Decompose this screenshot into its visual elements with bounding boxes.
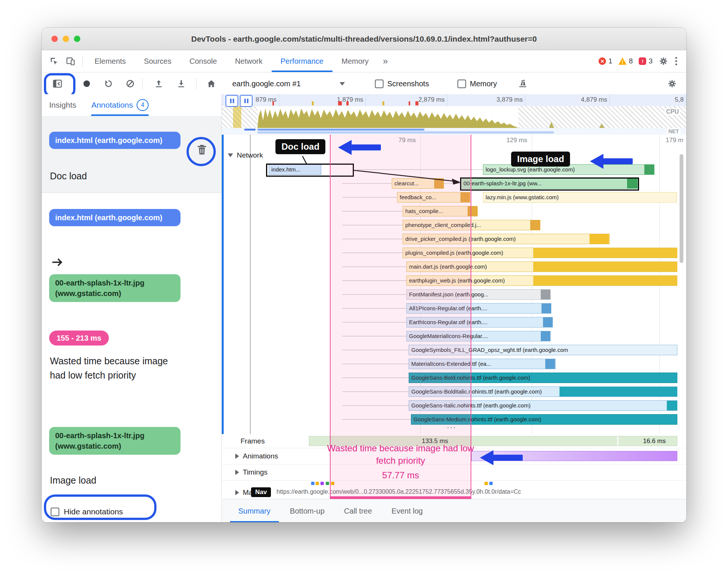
hide-annotations-checkbox-box[interactable]: [51, 508, 59, 516]
doc-load-annotation-badge[interactable]: Doc load: [275, 139, 325, 154]
tab-network[interactable]: Network: [226, 50, 271, 72]
tab-insights[interactable]: Insights: [49, 94, 76, 116]
tab-annotations[interactable]: Annotations 4: [91, 94, 149, 116]
main-thread-url: https://earth.google.com/web/0...0.27330…: [277, 488, 683, 495]
delete-annotation-button[interactable]: [193, 143, 211, 156]
request-download-segment: [533, 248, 677, 258]
overview-tick-label: 1,879 ms: [324, 96, 363, 104]
home-icon[interactable]: [204, 76, 219, 91]
annotations-count-badge: 4: [137, 99, 149, 111]
screenshots-checkbox[interactable]: Screenshots: [375, 72, 429, 95]
toggle-sidebar-icon[interactable]: [50, 76, 65, 91]
tab-elements[interactable]: Elements: [86, 50, 135, 72]
memory-checkbox[interactable]: Memory: [457, 72, 497, 95]
memory-checkbox-box[interactable]: [457, 80, 466, 88]
network-request-label: earthplugin_web.js (earth.google.com): [409, 275, 505, 286]
request-queue-line: [357, 169, 483, 170]
warning-count: 8: [629, 57, 633, 65]
expand-triangle-icon[interactable]: [235, 470, 239, 475]
tab-event-log[interactable]: Event log: [383, 499, 431, 522]
request-queue-line: [342, 280, 406, 281]
waterfall-scrollbar[interactable]: [680, 154, 683, 263]
overview-tick-label: 3,879 ms: [484, 96, 523, 104]
tab-call-tree[interactable]: Call tree: [336, 499, 380, 522]
window-title: DevTools - earth.google.com/static/multi…: [42, 28, 686, 50]
request-queue-line: [342, 364, 409, 364]
network-waterfall[interactable]: Network 79 ms129 ms179 mindex.htm...logo…: [222, 135, 686, 434]
network-request-label: EarthIcons-Regular.otf (earth....: [409, 317, 487, 328]
tab-memory[interactable]: Memory: [332, 50, 378, 72]
pause-marker-2[interactable]: [240, 95, 253, 107]
overview-tick-label: 4,879 ms: [568, 96, 607, 104]
expand-triangle-icon[interactable]: [235, 454, 239, 459]
request-queue-line: [342, 266, 406, 267]
device-toolbar-icon[interactable]: [66, 56, 75, 66]
screenshots-checkbox-box[interactable]: [375, 80, 384, 88]
expand-triangle-icon[interactable]: [235, 490, 239, 495]
settings-gear-icon[interactable]: [659, 56, 668, 66]
network-request-label: phenotype_client_compiled.j...: [405, 220, 481, 230]
request-download-segment: [541, 304, 551, 313]
clear-recording-icon[interactable]: [123, 76, 138, 91]
animations-arrow: [480, 450, 523, 465]
annotation-chip-splash-image[interactable]: 00-earth-splash-1x-ltr.jpg (www.gstatic.…: [49, 427, 180, 455]
network-request-label: FontManifest.json (earth.goog...: [409, 289, 489, 300]
details-tabbar: Summary Bottom-up Call tree Event log: [222, 499, 686, 522]
upload-profile-icon[interactable]: [151, 76, 166, 91]
tab-bottom-up[interactable]: Bottom-up: [282, 499, 333, 522]
chevron-down-icon: [340, 82, 345, 86]
annotation-chip-index-html[interactable]: index.html (earth.google.com): [49, 209, 180, 226]
tab-summary[interactable]: Summary: [230, 499, 279, 522]
annotation-selection-box: [460, 177, 639, 191]
capture-settings-gear-icon[interactable]: [665, 76, 680, 91]
network-request-label: All1PIcons-Regular.otf (earth....: [409, 303, 487, 314]
kebab-menu-icon[interactable]: [674, 56, 678, 66]
network-request-label: clearcut...: [394, 178, 419, 189]
record-button[interactable]: [79, 76, 94, 91]
request-queue-line: [342, 211, 403, 212]
more-tabs-icon[interactable]: »: [378, 50, 393, 72]
pause-marker-1[interactable]: [226, 95, 238, 107]
tab-console[interactable]: Console: [180, 50, 226, 72]
annotation-chip-index-html[interactable]: index.html (earth.google.com): [49, 132, 180, 149]
performance-toolbar: earth.google.com #1 Screenshots Memory: [42, 72, 686, 95]
main-thread-track[interactable]: Ma Nav https://earth.google.com/web/0...…: [222, 486, 686, 499]
warning-count-badge[interactable]: ! 8: [618, 57, 633, 65]
annotation-entry-time-range[interactable]: 155 - 213 ms Wasted time because image h…: [42, 331, 221, 427]
annotation-entry-image-load[interactable]: 00-earth-splash-1x-ltr.jpg (www.gstatic.…: [42, 427, 221, 502]
request-download-segment: [543, 317, 553, 327]
tab-sources[interactable]: Sources: [135, 50, 180, 72]
annotation-entry-doc-load[interactable]: index.html (earth.google.com) Doc load: [42, 116, 221, 193]
annotation-chip-time-range[interactable]: 155 - 213 ms: [49, 331, 109, 346]
nav-marker-badge[interactable]: Nav: [251, 487, 271, 497]
timings-track[interactable]: Timings: [222, 464, 686, 481]
annotation-entry-link[interactable]: index.html (earth.google.com) 00-earth-s…: [42, 192, 221, 331]
bottom-tracks: Frames 133.5 ms 16.6 ms Animations Timin…: [222, 434, 686, 499]
hide-annotations-checkbox[interactable]: Hide annotations: [51, 507, 123, 516]
more-requests-ellipsis[interactable]: ...: [447, 421, 457, 430]
inspect-element-icon[interactable]: [49, 56, 59, 66]
request-queue-line: [342, 252, 403, 253]
collect-garbage-icon[interactable]: [515, 76, 530, 91]
request-queue-line: [342, 225, 403, 225]
request-download-segment: [667, 401, 677, 410]
timings-track-label: Timings: [243, 468, 268, 476]
network-track-accent: [222, 135, 224, 434]
divider: [82, 56, 83, 67]
collapse-triangle-icon[interactable]: [228, 153, 233, 157]
timeline-overview[interactable]: 879 ms1,879 ms2,879 ms3,879 ms4,879 ms5,…: [222, 94, 686, 135]
tab-performance[interactable]: Performance: [272, 50, 333, 72]
frames-track[interactable]: Frames 133.5 ms 16.6 ms: [222, 434, 686, 448]
frame-duration-bar[interactable]: 133.5 ms 16.6 ms: [309, 436, 677, 446]
issues-count-badge[interactable]: ! 3: [639, 57, 653, 65]
network-track-header[interactable]: Network: [228, 151, 263, 159]
download-profile-icon[interactable]: [174, 76, 189, 91]
annotation-chip-splash-image[interactable]: 00-earth-splash-1x-ltr.jpg (www.gstatic.…: [49, 274, 180, 302]
image-load-annotation-badge[interactable]: Image load: [511, 152, 570, 167]
error-count-badge[interactable]: ✕ 1: [599, 57, 612, 65]
animations-track-label: Animations: [243, 452, 278, 460]
reload-and-record-button[interactable]: [101, 76, 116, 91]
target-selector[interactable]: earth.google.com #1: [232, 72, 345, 95]
devtools-tabbar: Elements Sources Console Network Perform…: [42, 50, 686, 72]
animations-track[interactable]: Animations: [222, 448, 686, 464]
